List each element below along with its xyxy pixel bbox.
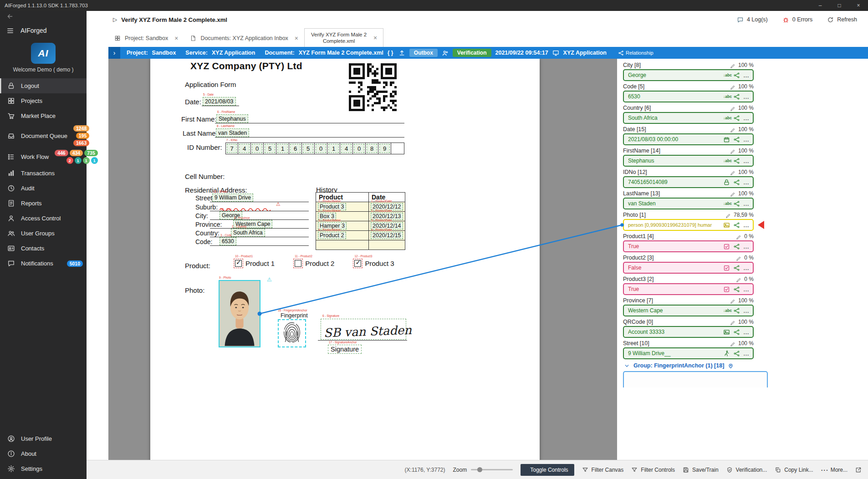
close-button[interactable]: ×: [849, 0, 868, 11]
sort-alpha-icon[interactable]: ↓abc: [723, 115, 730, 122]
pin-icon[interactable]: [728, 363, 734, 369]
edit-icon[interactable]: [736, 255, 741, 260]
last-name-field[interactable]: van Staden: [216, 128, 249, 137]
more-options-icon[interactable]: …: [743, 222, 750, 228]
sidebar-item-projects[interactable]: Projects: [0, 93, 87, 108]
more-options-icon[interactable]: …: [743, 308, 750, 314]
sort-alpha-icon[interactable]: ↓abc: [723, 72, 730, 79]
flow-icon[interactable]: [733, 115, 740, 122]
sidebar-item-work-flow[interactable]: Work Flow 4464347352111: [0, 148, 87, 166]
sidebar-item-access-control[interactable]: Access Control: [0, 211, 87, 226]
id-digit-cell[interactable]: 5: [264, 143, 276, 154]
more-button[interactable]: ··· More...: [821, 467, 848, 473]
history-product-cell[interactable]: Product 2: [318, 232, 346, 239]
tab-1[interactable]: Documents: XYZ Application Inbox ×: [184, 30, 304, 47]
back-button[interactable]: [0, 11, 87, 24]
field-value-box[interactable]: True …: [623, 240, 754, 252]
id-digit-cell[interactable]: 1: [327, 143, 340, 154]
chevron-down-icon[interactable]: [624, 363, 630, 369]
edit-icon[interactable]: [736, 276, 741, 282]
edit-icon[interactable]: [725, 212, 731, 218]
minimize-button[interactable]: –: [811, 0, 830, 11]
monitor-icon[interactable]: [552, 50, 559, 56]
history-date-cell[interactable]: 2020/12/15: [371, 232, 403, 239]
edit-icon[interactable]: [730, 148, 735, 153]
sidebar-item-user-groups[interactable]: User Groups: [0, 226, 87, 241]
image-icon[interactable]: [723, 329, 730, 336]
flow-icon[interactable]: [733, 72, 740, 79]
hamburger-menu-icon[interactable]: [6, 27, 14, 35]
upload-icon[interactable]: [398, 50, 405, 56]
group-fingerprintanchor[interactable]: Group: FingerprintAnchor (1) [18]: [624, 362, 765, 369]
flow-icon[interactable]: [733, 329, 740, 336]
field-value-box[interactable]: van Staden ↓abc …: [623, 198, 754, 209]
sidebar-item-document-queue[interactable]: Document Queue 12481951663: [0, 123, 87, 148]
lock-icon[interactable]: [723, 179, 730, 186]
copy-link-button[interactable]: Copy Link...: [775, 467, 813, 473]
checkbox-icon[interactable]: [723, 265, 730, 271]
sidebar-item-reports[interactable]: Reports: [0, 196, 87, 211]
sidebar-item-audit[interactable]: Audit: [0, 181, 87, 196]
flow-icon[interactable]: [733, 265, 740, 271]
flow-icon[interactable]: [733, 179, 740, 186]
tab-2[interactable]: Verify XYZ Form Male 2 Complete.xml ×: [304, 28, 383, 47]
fingerprint-anchor-field[interactable]: [278, 319, 306, 347]
sidebar-item-contacts[interactable]: Contacts: [0, 241, 87, 256]
sidebar-item-market-place[interactable]: Market Place: [0, 108, 87, 123]
sidebar-item-logout[interactable]: Logout: [0, 78, 87, 93]
id-number-field[interactable]: 7405165014089: [225, 143, 404, 154]
flow-icon[interactable]: [733, 93, 740, 100]
more-options-icon[interactable]: …: [743, 72, 750, 78]
edit-icon[interactable]: [730, 341, 735, 346]
flow-icon[interactable]: [733, 350, 740, 357]
more-options-icon[interactable]: …: [743, 94, 750, 100]
flow-icon[interactable]: [733, 307, 740, 314]
relationship-button[interactable]: Relationship: [618, 50, 654, 56]
sort-alpha-icon[interactable]: ↓abc: [723, 158, 730, 164]
zoom-slider-thumb[interactable]: [477, 467, 482, 472]
field-value-box[interactable]: Account 33333 …: [623, 326, 754, 338]
checkbox-icon[interactable]: [723, 243, 730, 250]
stage-badge[interactable]: Verification: [453, 49, 491, 57]
maximize-button[interactable]: □: [830, 0, 849, 11]
flow-icon[interactable]: [733, 286, 740, 293]
run-icon[interactable]: ▷: [113, 16, 117, 23]
id-digit-cell[interactable]: 6: [289, 143, 302, 154]
more-options-icon[interactable]: …: [743, 244, 750, 250]
field-value-box[interactable]: True …: [623, 283, 754, 295]
more-options-icon[interactable]: …: [743, 329, 750, 335]
save-train-button[interactable]: Save/Train: [683, 467, 719, 473]
id-digit-cell[interactable]: 7: [225, 143, 238, 154]
first-name-field[interactable]: Stephanus: [216, 114, 248, 123]
filter-controls-button[interactable]: Filter Controls: [631, 467, 675, 473]
toolbar-collapse-button[interactable]: ›: [108, 47, 120, 59]
toggle-controls-button[interactable]: Toggle Controls: [521, 464, 574, 476]
flow-icon[interactable]: [733, 243, 740, 250]
zoom-slider[interactable]: [471, 469, 513, 470]
id-digit-cell[interactable]: 0: [251, 143, 264, 154]
field-value-box[interactable]: South Africa ↓abc …: [623, 112, 754, 124]
more-options-icon[interactable]: …: [743, 265, 750, 271]
more-options-icon[interactable]: …: [743, 158, 750, 164]
sidebar-item-notifications[interactable]: Notifications 5010: [0, 256, 87, 271]
edit-icon[interactable]: [730, 169, 735, 175]
walker-icon[interactable]: [723, 350, 730, 357]
edit-icon[interactable]: [730, 319, 735, 325]
signature-anchor-field[interactable]: Signature: [328, 345, 362, 354]
more-options-icon[interactable]: …: [743, 115, 750, 121]
sidebar-item-user-profile[interactable]: User Profile: [0, 431, 87, 446]
more-options-icon[interactable]: …: [743, 179, 750, 185]
calendar-icon[interactable]: [723, 136, 730, 143]
logs-button[interactable]: 4 Log(s): [737, 16, 768, 23]
edit-icon[interactable]: [730, 127, 735, 132]
field-value-box[interactable]: person [0,9909301996231079] humar …: [623, 219, 754, 231]
sort-alpha-icon[interactable]: ↓abc: [723, 93, 730, 100]
more-options-icon[interactable]: …: [743, 351, 750, 357]
flow-icon[interactable]: [733, 222, 740, 229]
filter-canvas-button[interactable]: Filter Canvas: [582, 467, 624, 473]
tab-close-icon[interactable]: ×: [295, 35, 298, 42]
tab-close-icon[interactable]: ×: [174, 35, 178, 42]
sidebar-item-about[interactable]: About: [0, 446, 87, 461]
edit-icon[interactable]: [730, 62, 735, 68]
verification-button[interactable]: Verification...: [726, 467, 767, 473]
